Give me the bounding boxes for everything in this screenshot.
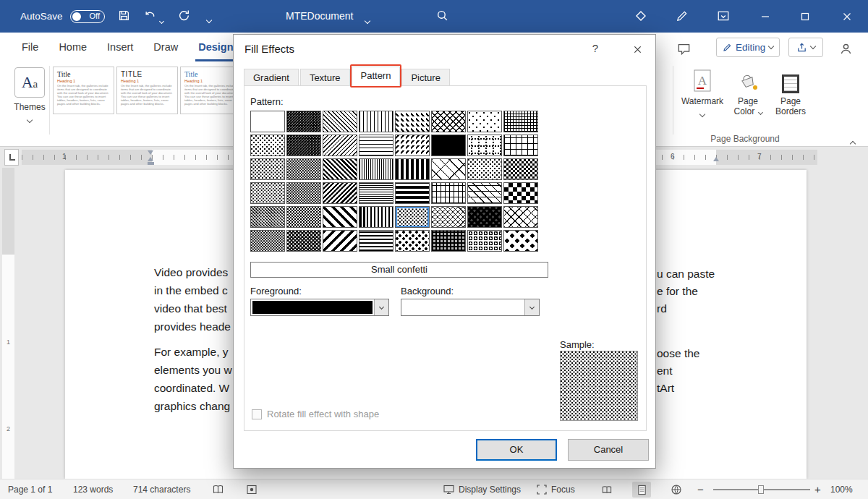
ribbon-tab-home[interactable]: Home <box>48 33 97 61</box>
dialog-tab-pattern[interactable]: Pattern <box>352 67 401 86</box>
redo-icon[interactable] <box>178 9 190 22</box>
pattern-swatch-10-[interactable] <box>250 135 285 156</box>
save-icon[interactable] <box>118 9 130 22</box>
pattern-swatch-80-[interactable] <box>286 206 321 228</box>
pattern-swatch-weave[interactable] <box>431 206 466 228</box>
pattern-swatch-small-checker-board[interactable] <box>503 158 538 180</box>
pattern-swatch-light-vertical[interactable] <box>359 111 393 132</box>
cancel-button[interactable]: Cancel <box>568 439 649 461</box>
pattern-swatch-solid-diamond[interactable] <box>503 230 538 252</box>
pattern-swatch-wave[interactable] <box>431 135 466 156</box>
pattern-swatch-small-grid[interactable] <box>503 111 538 132</box>
pattern-swatch-large-checker-board[interactable] <box>503 182 538 204</box>
page-color-button[interactable]: Page Color <box>729 64 767 116</box>
zoom-slider-thumb[interactable] <box>758 485 764 494</box>
tab-stop-selector[interactable] <box>4 149 19 166</box>
pattern-swatch-wide-upward-diagonal[interactable] <box>323 230 357 252</box>
pattern-swatch-dark-horizontal[interactable] <box>359 230 393 252</box>
pattern-swatch-5-[interactable] <box>250 111 285 132</box>
zoom-out-button[interactable]: − <box>697 479 704 499</box>
pattern-swatch-90-[interactable] <box>286 230 321 252</box>
undo-icon[interactable] <box>144 9 156 22</box>
character-count[interactable]: 714 characters <box>133 479 190 499</box>
page-borders-button[interactable]: Page Borders <box>770 64 812 116</box>
pattern-swatch-plaid[interactable] <box>431 230 466 252</box>
minimize-button[interactable] <box>749 0 781 33</box>
pattern-swatch-shingle[interactable] <box>467 182 502 204</box>
pattern-swatch-75-[interactable] <box>286 182 321 204</box>
print-layout-button[interactable] <box>632 482 651 498</box>
dialog-tab-texture[interactable]: Texture <box>300 69 350 86</box>
pattern-swatch-30-[interactable] <box>250 206 285 228</box>
proofing-icon[interactable] <box>212 484 224 495</box>
page-indicator[interactable]: Page 1 of 1 <box>8 479 52 499</box>
document-title-dropdown-icon[interactable] <box>365 14 370 25</box>
pattern-swatch-divot[interactable] <box>467 111 502 132</box>
right-indent-marker[interactable] <box>713 157 719 161</box>
macro-record-icon[interactable] <box>246 484 258 495</box>
background-dropdown-button[interactable] <box>524 299 539 315</box>
pattern-swatch-wide-downward-diagonal[interactable] <box>323 206 357 228</box>
pattern-swatch-diagonal-brick[interactable] <box>431 158 466 180</box>
pattern-swatch-sphere[interactable] <box>467 230 502 252</box>
pattern-swatch-light-downward-diagonal[interactable] <box>323 111 357 132</box>
web-layout-button[interactable] <box>667 482 686 498</box>
quick-access-dropdown-icon[interactable] <box>207 14 211 25</box>
contact-presence-icon[interactable] <box>839 42 853 56</box>
ribbon-tab-file[interactable]: File <box>12 33 48 61</box>
ribbon-tab-draw[interactable]: Draw <box>143 33 188 61</box>
pattern-swatch-dark-upward-diagonal[interactable] <box>323 182 357 204</box>
pattern-swatch-narrow-horizontal[interactable] <box>359 182 393 204</box>
word-count[interactable]: 123 words <box>73 479 113 499</box>
first-line-indent-marker[interactable] <box>148 150 153 155</box>
pattern-swatch-20-[interactable] <box>250 158 285 180</box>
foreground-dropdown[interactable] <box>250 299 389 316</box>
pattern-swatch-dotted-diamond[interactable] <box>467 158 502 180</box>
pattern-swatch-small-confetti[interactable] <box>395 206 430 228</box>
pattern-swatch-zig-zag[interactable] <box>431 111 466 132</box>
pattern-swatch-50-[interactable] <box>286 111 321 132</box>
pattern-swatch-outlined-diamond[interactable] <box>503 206 538 228</box>
style-set-card-1[interactable]: Title Heading 1 On the Insert tab, the g… <box>53 67 114 114</box>
foreground-dropdown-button[interactable] <box>374 299 388 315</box>
pattern-swatch-70-[interactable] <box>286 158 321 180</box>
pattern-swatch-dark-vertical[interactable] <box>359 206 393 228</box>
pattern-swatch-40-[interactable] <box>250 230 285 252</box>
watermark-button[interactable]: A Watermark <box>678 64 726 119</box>
pattern-swatch-dark-downward-diagonal[interactable] <box>323 158 357 180</box>
read-mode-button[interactable] <box>597 482 616 498</box>
dialog-tab-picture[interactable]: Picture <box>401 69 449 86</box>
pattern-swatch-dashed-vertical[interactable] <box>395 182 430 204</box>
ink-pen-icon[interactable] <box>676 9 689 22</box>
help-button[interactable]: ? <box>588 42 603 54</box>
ok-button[interactable]: OK <box>476 439 557 461</box>
maximize-button[interactable] <box>788 0 821 33</box>
undo-dropdown-icon[interactable] <box>160 14 163 25</box>
vertical-ruler[interactable]: 1 2 <box>2 168 14 479</box>
dialog-close-button[interactable] <box>626 40 648 58</box>
close-button[interactable] <box>830 0 863 33</box>
pattern-swatch-dashed-downward-diagonal[interactable] <box>395 111 430 132</box>
pattern-swatch-25-[interactable] <box>250 182 285 204</box>
left-indent-marker[interactable] <box>148 162 154 165</box>
hanging-indent-marker[interactable] <box>148 157 153 161</box>
focus-button[interactable]: Focus <box>551 479 575 499</box>
autosave-toggle[interactable]: Off <box>70 10 105 23</box>
background-dropdown[interactable] <box>401 299 540 316</box>
ribbon-tab-insert[interactable]: Insert <box>97 33 143 61</box>
editing-mode-button[interactable]: Editing <box>716 38 780 57</box>
pattern-swatch-light-horizontal[interactable] <box>359 135 393 156</box>
pattern-swatch-dotted-grid[interactable] <box>467 135 502 156</box>
zoom-in-button[interactable]: + <box>814 479 821 499</box>
document-title[interactable]: MTEDocument <box>286 0 353 33</box>
share-button[interactable] <box>788 38 823 57</box>
pattern-swatch-light-upward-diagonal[interactable] <box>323 135 357 156</box>
zoom-level[interactable]: 100% <box>830 479 853 499</box>
dialog-tab-gradient[interactable]: Gradient <box>244 69 299 86</box>
pattern-swatch-60-[interactable] <box>286 135 321 156</box>
style-set-card-2[interactable]: TITLE Heading 1 On the Insert tab, the g… <box>116 67 178 114</box>
pattern-swatch-narrow-vertical[interactable] <box>359 158 393 180</box>
pattern-swatch-dashed-upward-diagonal[interactable] <box>395 135 430 156</box>
display-settings-button[interactable]: Display Settings <box>459 479 521 499</box>
designer-icon[interactable] <box>634 9 647 22</box>
